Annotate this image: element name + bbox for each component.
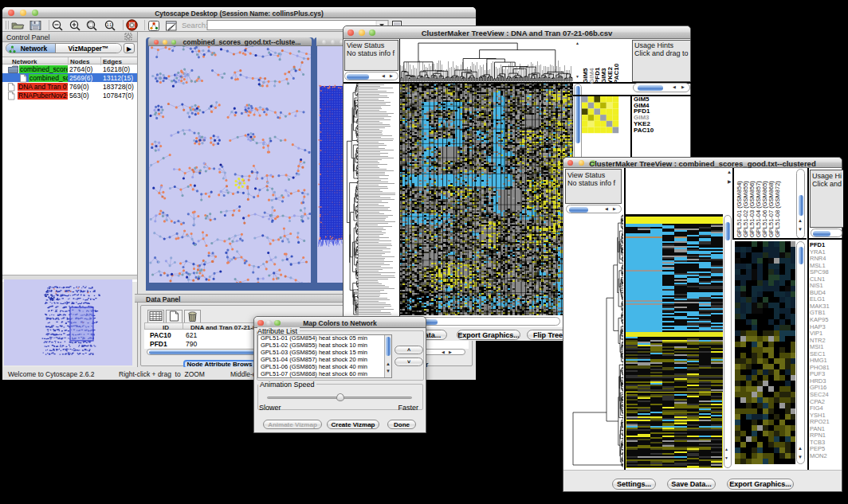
svg-text:13112(15): 13112(15) [103,74,133,82]
svg-text:GPL51-08 (GSM872): GPL51-08 (GSM872) [774,181,781,237]
svg-text:107847(0): 107847(0) [103,92,134,100]
svg-text:DNA and Tran 07-: DNA and Tran 07- [18,83,73,91]
svg-text:2764(0): 2764(0) [69,65,92,73]
svg-text:RNAPuberNov2+N: RNAPuberNov2+N [18,92,76,100]
svg-text:183728(0): 183728(0) [103,83,134,91]
svg-text:16218(0): 16218(0) [103,65,130,73]
svg-text:769(0): 769(0) [69,83,89,91]
svg-text:563(0): 563(0) [69,92,89,100]
svg-text:Search:: Search: [182,21,208,29]
svg-text:2569(6): 2569(6) [69,74,92,82]
svg-text:PAC10: PAC10 [613,63,620,84]
svg-text:1:1: 1:1 [107,23,112,27]
